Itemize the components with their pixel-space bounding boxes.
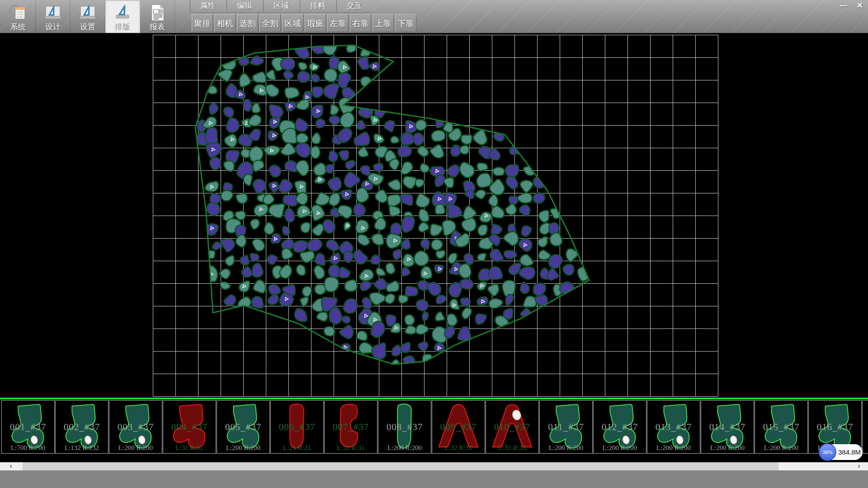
part-id-label: 009_#37 <box>432 422 485 433</box>
part-thumbnail-009_#37[interactable]: 009_#37 L:32 R:31 <box>432 400 485 454</box>
part-count-label: L:33 R:33 <box>486 444 538 452</box>
menu-tab-bar: 属性编辑区域排料交互 <box>190 0 373 13</box>
part-thumbnail-008_#37[interactable]: 008_#37 L:200 R:200 <box>378 400 431 454</box>
status-bar <box>0 470 868 488</box>
part-thumbnail-017_#37[interactable]: 017_#37 L:200 R:200 <box>862 400 868 454</box>
app-button-label: 报表 <box>150 23 165 32</box>
part-thumbnail-014_#37[interactable]: 014_#37 L:200 R:200 <box>701 400 754 454</box>
tool-button-2[interactable]: 相机 <box>214 14 236 32</box>
menu-tab-3[interactable]: 区域 <box>263 0 300 12</box>
app-button-report[interactable]: 报表 <box>140 0 175 33</box>
parts-thumbnail-strip: 001_#37 L:700 R:700 002_#37 L:132 R:132 … <box>0 398 868 462</box>
part-count-label: L:200 R:200 <box>755 444 807 452</box>
nesting-canvas[interactable] <box>0 34 868 398</box>
horizontal-scrollbar[interactable]: ‹ › <box>0 462 868 470</box>
part-id-label: 012_#37 <box>594 422 646 433</box>
app-button-settings[interactable]: 设置 <box>71 0 105 33</box>
part-thumbnail-005_#37[interactable]: 005_#37 L:200 R:200 <box>217 400 270 454</box>
tool-button-7[interactable]: 左靠 <box>327 14 349 32</box>
part-count-label: L:31 R:31 <box>325 444 377 452</box>
part-id-label: 004_#37 <box>163 422 216 433</box>
app-button-group: 系统 设计 设置 排版 报表 <box>1 0 175 33</box>
part-thumbnail-012_#37[interactable]: 012_#37 L:200 R:200 <box>593 400 646 454</box>
tool-button-3[interactable]: 选割 <box>237 14 258 32</box>
part-id-label: 008_#37 <box>378 422 431 433</box>
part-thumbnail-003_#37[interactable]: 003_#37 L:200 R:200 <box>109 400 162 454</box>
minimize-icon[interactable]: — <box>837 0 850 11</box>
part-id-label: 011_#37 <box>540 422 592 433</box>
app-button-nesting[interactable]: 排版 <box>105 0 140 33</box>
part-count-label: L:200 R:200 <box>594 444 646 452</box>
part-id-label: 010_#37 <box>486 422 538 433</box>
tool-button-9[interactable]: 上靠 <box>373 14 394 32</box>
part-count-label: L:31 R:31 <box>163 444 216 452</box>
menu-tab-5[interactable]: 交互 <box>336 0 373 12</box>
part-thumbnail-004_#37[interactable]: 004_#37 L:31 R:31 <box>163 400 216 454</box>
part-count-label: L:32 R:31 <box>432 444 485 452</box>
tool-button-8[interactable]: 右靠 <box>350 14 371 32</box>
tool-button-1[interactable]: 聚排 <box>192 14 213 32</box>
part-id-label: 002_#37 <box>56 422 108 433</box>
part-thumbnail-002_#37[interactable]: 002_#37 L:132 R:132 <box>55 400 108 454</box>
progress-percent-badge: 38% <box>819 443 836 461</box>
part-count-label: L:21 R:21 <box>271 444 323 452</box>
tool-button-6[interactable]: 瑕疵 <box>305 14 326 32</box>
memory-status-pill: 38% 384.8M <box>819 444 863 460</box>
app-button-label: 排版 <box>115 23 130 32</box>
app-button-system[interactable]: 系统 <box>1 0 36 33</box>
part-thumbnail-013_#37[interactable]: 013_#37 L:200 R:200 <box>647 400 700 454</box>
memory-usage-value: 384.8M <box>838 444 861 460</box>
tool-button-bar: 聚排相机选割全割区域瑕疵左靠右靠上靠下靠 <box>192 14 416 32</box>
window-controls: — ✕ <box>837 0 866 11</box>
app-button-design[interactable]: 设计 <box>36 0 71 33</box>
part-count-label: L:200 R:200 <box>863 444 868 452</box>
part-id-label: 014_#37 <box>701 422 754 433</box>
report-icon <box>148 3 167 22</box>
nesting-icon <box>113 3 132 22</box>
scroll-left-icon[interactable]: ‹ <box>3 462 19 470</box>
part-count-label: L:200 R:200 <box>540 444 592 452</box>
part-id-label: 001_#37 <box>2 422 54 433</box>
part-id-label: 016_#37 <box>809 422 861 433</box>
app-button-label: 系统 <box>10 23 26 32</box>
part-id-label: 005_#37 <box>217 422 269 433</box>
part-thumbnail-015_#37[interactable]: 015_#37 L:200 R:200 <box>755 400 808 454</box>
app-button-label: 设置 <box>80 23 95 32</box>
part-count-label: L:132 R:132 <box>56 444 108 452</box>
part-thumbnail-001_#37[interactable]: 001_#37 L:700 R:700 <box>1 400 55 454</box>
part-count-label: L:200 R:200 <box>701 444 754 452</box>
ribbon-toolbar: 系统 设计 设置 排版 报表 属性编辑区域排料交互 聚排相机选割全割区域瑕疵左靠… <box>0 0 868 34</box>
system-icon <box>9 3 28 22</box>
part-count-label: L:200 R:200 <box>378 444 431 452</box>
part-id-label: 017_#37 <box>863 422 868 433</box>
part-count-label: L:200 R:200 <box>109 444 162 452</box>
part-id-label: 015_#37 <box>755 422 807 433</box>
part-id-label: 013_#37 <box>647 422 700 433</box>
app-window: 系统 设计 设置 排版 报表 属性编辑区域排料交互 聚排相机选割全割区域瑕疵左靠… <box>0 0 868 488</box>
menu-tab-2[interactable]: 编辑 <box>226 0 263 12</box>
menu-tab-1[interactable]: 属性 <box>190 0 226 12</box>
part-count-label: L:200 R:200 <box>647 444 700 452</box>
part-id-label: 003_#37 <box>109 422 162 433</box>
part-thumbnail-006_#37[interactable]: 006_#37 L:21 R:21 <box>270 400 324 454</box>
tool-button-10[interactable]: 下靠 <box>395 14 416 32</box>
part-count-label: L:700 R:700 <box>2 444 54 452</box>
settings-icon <box>78 3 97 22</box>
menu-tab-4[interactable]: 排料 <box>300 0 336 12</box>
scrollbar-thumb[interactable] <box>23 462 778 470</box>
part-id-label: 007_#37 <box>325 422 377 433</box>
part-thumbnail-010_#37[interactable]: 010_#37 L:33 R:33 <box>486 400 539 454</box>
part-thumbnail-011_#37[interactable]: 011_#37 L:200 R:200 <box>539 400 593 454</box>
scroll-right-icon[interactable]: › <box>851 462 867 470</box>
tool-button-5[interactable]: 区域 <box>282 14 303 32</box>
close-icon[interactable]: ✕ <box>854 0 866 11</box>
part-count-label: L:200 R:200 <box>217 444 269 452</box>
design-icon <box>43 3 62 22</box>
part-id-label: 006_#37 <box>271 422 323 433</box>
part-thumbnail-007_#37[interactable]: 007_#37 L:31 R:31 <box>324 400 377 454</box>
tool-button-4[interactable]: 全割 <box>259 14 281 32</box>
app-button-label: 设计 <box>45 23 61 32</box>
